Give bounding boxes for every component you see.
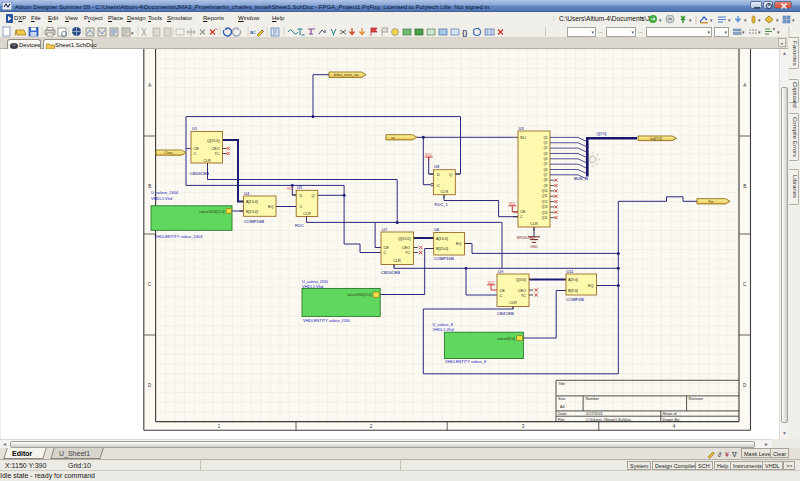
svg-text:led[7:0]: led[7:0] (650, 137, 662, 141)
svg-text:U3: U3 (519, 126, 525, 131)
svg-text:A: A (743, 83, 746, 88)
svg-text:A[3:0]: A[3:0] (568, 278, 578, 282)
svg-text:Sheet of: Sheet of (663, 412, 678, 416)
svg-text:U7: U7 (382, 227, 388, 232)
svg-text:Size: Size (558, 397, 565, 401)
svg-text:Q14: Q14 (542, 211, 548, 215)
svg-text:{}: {} (462, 29, 468, 37)
svg-text:CLR: CLR (393, 259, 401, 263)
svg-text:▾: ▾ (776, 17, 779, 23)
svg-text:GND: GND (530, 245, 538, 249)
svg-text:C: C (194, 152, 197, 156)
svg-text:▾: ▾ (659, 17, 662, 23)
svg-text:COMP16B: COMP16B (434, 256, 454, 261)
svg-text:VCC: VCC (488, 281, 495, 285)
svg-text:Q[15:0]: Q[15:0] (207, 139, 219, 143)
svg-text:Q1: Q1 (543, 141, 547, 145)
svg-text:C:\Users\..\Sheet1.SchDoc: C:\Users\..\Sheet1.SchDoc (586, 418, 631, 422)
svg-text:COMP16B: COMP16B (244, 219, 264, 224)
svg-text:Q4: Q4 (543, 157, 547, 161)
svg-text:Q: Q (312, 194, 315, 198)
svg-text:CEO: CEO (402, 246, 410, 250)
svg-text:∂: ∂ (718, 451, 722, 458)
svg-text:TC: TC (521, 294, 526, 298)
svg-text:CB16CEB: CB16CEB (381, 270, 400, 275)
svg-text:Q: Q (449, 173, 452, 177)
svg-text:¥: ¥ (725, 451, 729, 458)
svg-text:▾: ▾ (792, 17, 795, 23)
svg-text:TC: TC (405, 251, 410, 255)
svg-text:VHDL1.Vhd: VHDL1.Vhd (302, 284, 323, 289)
svg-text:Q0: Q0 (543, 136, 547, 140)
svg-text:Clear_: Clear_ (164, 151, 174, 155)
svg-text:A: A (148, 83, 151, 88)
svg-text:Q11: Q11 (542, 194, 548, 198)
svg-text:Q15: Q15 (542, 216, 548, 220)
svg-text:CLR: CLR (303, 212, 311, 216)
svg-text:A4: A4 (560, 405, 565, 409)
svg-text:SLI: SLI (520, 136, 526, 140)
svg-text:Q[7:0]: Q[7:0] (596, 132, 606, 136)
svg-text:CLR: CLR (509, 301, 517, 305)
svg-text:5/27/2011: 5/27/2011 (586, 412, 603, 416)
svg-text:valeurf200[15:0]: valeurf200[15:0] (347, 293, 371, 297)
svg-text:B[3:0]: B[3:0] (568, 289, 578, 293)
svg-text:U_valeur_2404: U_valeur_2404 (151, 190, 179, 195)
svg-text:Q9: Q9 (543, 184, 547, 188)
svg-text:Fin: Fin (709, 200, 714, 204)
svg-text:U4: U4 (244, 191, 250, 196)
svg-text:TC: TC (214, 152, 219, 156)
svg-text:Title: Title (558, 382, 565, 386)
svg-text:▾: ▾ (744, 17, 747, 23)
svg-text:VCC: VCC (425, 153, 432, 157)
svg-text:U11: U11 (567, 269, 575, 274)
svg-text:File:: File: (558, 418, 565, 422)
svg-text:▾: ▾ (689, 17, 692, 23)
svg-text:Q2: Q2 (543, 146, 547, 150)
svg-text:CB16CEB: CB16CEB (190, 171, 209, 176)
svg-text:U6: U6 (434, 227, 440, 232)
svg-text:▾: ▾ (131, 30, 134, 36)
svg-text:a↕: a↕ (250, 29, 256, 35)
svg-text:Q8: Q8 (543, 178, 547, 182)
svg-text:VHDL1.Vhd: VHDL1.Vhd (433, 327, 454, 332)
svg-text:C: C (384, 251, 387, 255)
svg-text:B: B (148, 184, 151, 189)
svg-text:CE: CE (384, 246, 390, 250)
svg-text:VHDLENTITY valeur_8: VHDLENTITY valeur_8 (445, 359, 487, 364)
svg-text:ss: ss (391, 136, 395, 140)
svg-text:FDC_1: FDC_1 (435, 202, 449, 207)
svg-text:∇: ∇ (731, 451, 737, 458)
svg-text:▾: ▾ (742, 29, 745, 35)
svg-text:Q[3:0]: Q[3:0] (516, 278, 526, 282)
svg-text:valeur8[3:0]: valeur8[3:0] (497, 337, 515, 341)
svg-text:C: C (300, 205, 303, 209)
svg-text:COMP4B: COMP4B (566, 297, 584, 302)
svg-text:EQ: EQ (268, 205, 274, 209)
svg-text:▾: ▾ (710, 17, 713, 23)
svg-text:FDC: FDC (295, 223, 304, 228)
svg-text:B[15:0]: B[15:0] (436, 247, 448, 251)
svg-text:CLR: CLR (441, 190, 449, 194)
svg-text:U1: U1 (192, 126, 198, 131)
svg-text:C: C (437, 184, 440, 188)
svg-text:Revision: Revision (689, 397, 704, 401)
svg-text:CE: CE (194, 147, 200, 151)
svg-text:CE: CE (520, 210, 526, 214)
svg-text:Q5: Q5 (543, 162, 547, 166)
svg-text:Q10: Q10 (542, 189, 548, 193)
svg-text:CE: CE (500, 289, 506, 293)
svg-text:A[15:0]: A[15:0] (246, 200, 258, 204)
svg-text:Q3: Q3 (543, 152, 547, 156)
svg-text:U9: U9 (498, 269, 504, 274)
svg-text:CLR: CLR (203, 159, 211, 163)
svg-text:Q[15:0]: Q[15:0] (398, 237, 410, 241)
svg-text:D: D (437, 173, 440, 177)
svg-text:VCC: VCC (509, 202, 516, 206)
svg-text:Q7: Q7 (543, 173, 547, 177)
svg-text:EQ: EQ (588, 284, 594, 288)
svg-text:BUS_N: BUS_N (574, 176, 588, 181)
svg-text:CEO: CEO (518, 289, 526, 293)
svg-text:U5: U5 (297, 185, 303, 190)
svg-text:Q12: Q12 (542, 200, 548, 204)
